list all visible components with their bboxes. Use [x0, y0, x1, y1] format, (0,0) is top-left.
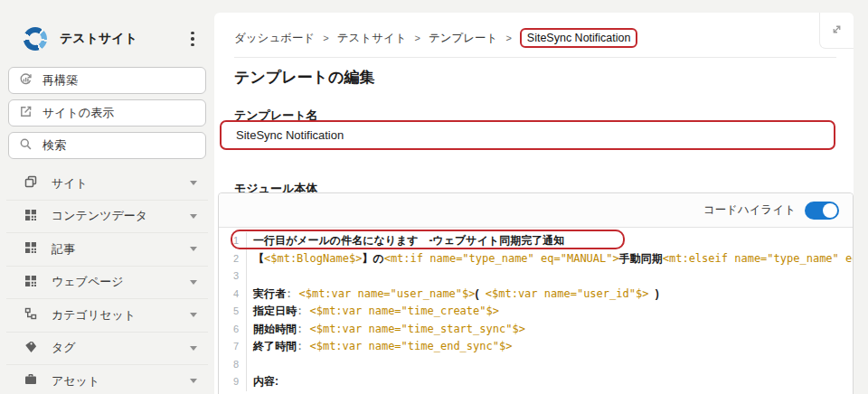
line-number: 5 [219, 303, 247, 321]
code-text: 一行目がメールの件名になります -ウェブサイト同期完了通知 [247, 232, 853, 250]
sidebar-item-sites[interactable]: サイト [6, 167, 208, 201]
sites-icon [24, 174, 52, 192]
entries-icon [24, 240, 52, 258]
code-line[interactable]: 3 [219, 267, 853, 286]
resize-diagonal-icon [831, 23, 843, 39]
sidebar: テストサイト 再構築 サイトの表示 検索 [0, 0, 214, 394]
site-logo-icon [24, 27, 47, 51]
breadcrumb-divider [234, 57, 836, 58]
page-title: テンプレートの編集 [234, 67, 374, 88]
sidebar-item-category-set[interactable]: カテゴリセット [6, 299, 208, 333]
code-text: 内容: [247, 373, 853, 391]
breadcrumb-dashboard[interactable]: ダッシュボード [234, 31, 315, 46]
code-line[interactable]: 7終了時間: <$mt:var name="time_end_sync"$> [219, 338, 853, 356]
sidebar-item-entries[interactable]: 記事 [6, 233, 208, 267]
breadcrumb-separator: > [505, 33, 511, 43]
line-number: 3 [219, 267, 247, 286]
code-line[interactable]: 9内容: [219, 373, 853, 391]
template-name-annotation annotation-box [220, 120, 835, 150]
menu-label: 記事 [52, 241, 75, 258]
chevron-down-icon [190, 346, 197, 351]
menu-label: アセット [52, 373, 99, 389]
menu-label: ウェブページ [52, 274, 124, 290]
main-content: ダッシュボード > テストサイト > テンプレート > SiteSync Not… [214, 13, 854, 394]
breadcrumb-site[interactable]: テストサイト [337, 31, 407, 46]
toggle-knob [823, 203, 837, 218]
chevron-down-icon [190, 379, 197, 383]
sidebar-item-assets[interactable]: アセット [6, 365, 208, 394]
sidebar-actions: 再構築 サイトの表示 検索 [0, 61, 214, 159]
code-editor: コードハイライト 1一行目がメールの件名になります -ウェブサイト同期完了通知2… [218, 192, 854, 394]
sidebar-item-tags[interactable]: タグ [6, 333, 208, 366]
sidebar-menu: サイト コンテンツデータ 記事 ウェブペ [0, 167, 214, 394]
menu-label: サイト [52, 175, 88, 192]
sidebar-item-webpages[interactable]: ウェブページ [6, 267, 208, 300]
code-highlight-label: コードハイライト [703, 202, 796, 218]
editor-body[interactable]: 1一行目がメールの件名になります -ウェブサイト同期完了通知2【<$mt:Blo… [219, 228, 853, 394]
chevron-down-icon [190, 313, 197, 317]
sidebar-item-content-data[interactable]: コンテンツデータ [6, 201, 208, 234]
menu-label: カテゴリセット [52, 307, 136, 324]
menu-label: タグ [52, 340, 76, 356]
line-number: 2 [219, 250, 247, 268]
asset-icon [24, 372, 52, 389]
search-button[interactable]: 検索 [8, 132, 206, 159]
code-line[interactable]: 8 [219, 356, 853, 374]
menu-label: コンテンツデータ [52, 208, 147, 224]
site-header: テストサイト [0, 0, 214, 61]
kebab-menu-icon[interactable] [185, 30, 200, 49]
search-label: 検索 [42, 137, 66, 154]
line-number: 7 [219, 338, 247, 356]
collapse-panel-button[interactable] [819, 13, 854, 49]
breadcrumb-separator: > [414, 33, 420, 43]
code-line[interactable]: 1一行目がメールの件名になります -ウェブサイト同期完了通知 [219, 232, 853, 250]
rebuild-icon [19, 72, 33, 89]
line-number: 6 [219, 321, 247, 339]
breadcrumb-separator: > [323, 33, 328, 43]
code-line[interactable]: 5指定日時: <$mt:var name="time_create"$> [219, 303, 853, 321]
code-text: 開始時間: <$mt:var name="time_start_sync"$> [247, 321, 853, 339]
line-number: 9 [219, 373, 247, 391]
view-site-icon [19, 105, 33, 121]
chevron-down-icon [190, 247, 197, 251]
code-text: 実行者: <$mt:var name="user_name"$>( <$mt:v… [247, 286, 853, 304]
rebuild-button[interactable]: 再構築 [8, 67, 206, 94]
view-site-button[interactable]: サイトの表示 [8, 99, 206, 127]
line-number: 1 [219, 232, 247, 250]
site-title: テストサイト [60, 31, 185, 47]
editor-toolbar: コードハイライト [219, 193, 853, 228]
code-line[interactable]: 4実行者: <$mt:var name="user_name"$>( <$mt:… [219, 286, 853, 304]
chevron-down-icon [190, 280, 197, 285]
page: テストサイト 再構築 サイトの表示 検索 [0, 0, 868, 394]
code-text: 【<$mt:BlogName$>】の<mt:if name="type_name… [247, 250, 853, 268]
category-set-icon [24, 306, 52, 324]
search-icon [19, 137, 33, 154]
breadcrumb: ダッシュボード > テストサイト > テンプレート > SiteSync Not… [234, 28, 808, 48]
webpages-icon [24, 274, 52, 291]
rebuild-label: 再構築 [42, 72, 78, 89]
breadcrumb-current annotation-box: SiteSync Notification [520, 28, 638, 48]
code-line[interactable]: 6開始時間: <$mt:var name="time_start_sync"$> [219, 321, 853, 339]
chevron-down-icon [190, 214, 197, 219]
breadcrumb-templates[interactable]: テンプレート [429, 31, 497, 46]
code-line[interactable]: 2【<$mt:BlogName$>】の<mt:if name="type_nam… [219, 250, 853, 268]
code-highlight-toggle[interactable] [805, 202, 839, 220]
code-text: 終了時間: <$mt:var name="time_end_sync"$> [247, 338, 853, 356]
line-number: 8 [219, 356, 247, 374]
tag-icon [24, 340, 52, 357]
code-text [247, 356, 853, 374]
chevron-down-icon [190, 181, 197, 185]
template-name-input[interactable] [222, 122, 834, 148]
view-site-label: サイトの表示 [42, 105, 114, 121]
code-text: 指定日時: <$mt:var name="time_create"$> [247, 303, 853, 321]
content-data-icon [24, 208, 52, 225]
line-number: 4 [219, 286, 247, 304]
code-text [247, 267, 853, 286]
